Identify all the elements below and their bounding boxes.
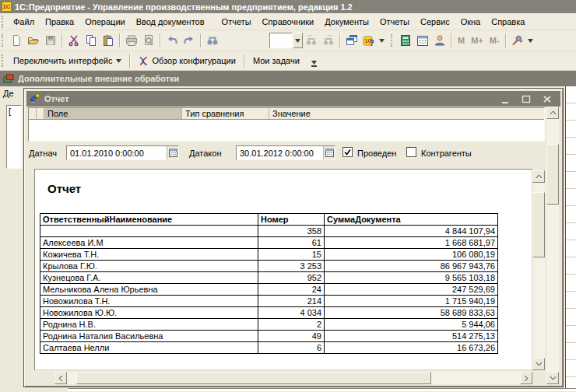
menu-help[interactable]: Справка — [486, 15, 530, 29]
scroll-down-button[interactable] — [546, 372, 559, 384]
close-button[interactable] — [542, 94, 553, 104]
find-previous-button[interactable] — [320, 32, 337, 49]
application-window: 1С 1С:Предприятие - Управление производс… — [0, 0, 576, 392]
scroll-thumb[interactable] — [76, 372, 431, 384]
user-monitor-button[interactable] — [431, 32, 448, 49]
main-titlebar[interactable]: 1С 1С:Предприятие - Управление производс… — [0, 0, 576, 13]
report-row[interactable]: Роднина Н.В.25 944,06 — [40, 319, 498, 331]
menu-documents[interactable]: Документы — [319, 15, 374, 29]
find-next-button[interactable] — [303, 32, 320, 49]
search-combo[interactable] — [269, 33, 303, 48]
tools-button[interactable] — [509, 32, 526, 49]
scroll-right-button[interactable] — [520, 372, 532, 384]
report-row[interactable]: Алексеева И.М611 668 681,97 — [40, 237, 498, 249]
open-button[interactable] — [25, 32, 42, 49]
calendar-button[interactable] — [414, 32, 431, 49]
toolbar-separator — [119, 33, 121, 47]
date-from-calendar-button[interactable] — [167, 146, 178, 159]
memory-recall-button[interactable]: M — [455, 32, 468, 49]
menu-document-entry[interactable]: Ввод документов — [131, 15, 210, 29]
chevron-up-icon — [550, 110, 557, 115]
report-row[interactable]: Мельникова Алена Юрьевна24247 529,69 — [40, 284, 498, 296]
config-overview-button[interactable]: Обзор конфигурации — [133, 52, 241, 69]
print-button[interactable] — [123, 32, 140, 49]
scroll-left-button[interactable] — [54, 372, 67, 384]
filter-column-comparison[interactable]: Тип сравнения — [182, 108, 269, 119]
date-from-input[interactable]: 01.01.2010 0:00:00 — [66, 145, 179, 160]
background-panel: [ — [6, 105, 22, 169]
horizontal-scrollbar[interactable] — [54, 372, 532, 384]
my-tasks-button[interactable]: Мои задачи — [248, 53, 305, 68]
scroll-thumb[interactable] — [532, 192, 545, 257]
tools-icon — [511, 34, 524, 47]
memory-minus-button[interactable]: M- — [486, 32, 503, 49]
mdi-window-titlebar[interactable]: Дополнительные внешние обработки — [0, 71, 576, 86]
paste-button[interactable] — [100, 32, 117, 49]
minimize-icon — [500, 94, 511, 104]
toolbar-grip[interactable] — [2, 34, 5, 47]
menu-windows[interactable]: Окна — [455, 15, 486, 29]
report-row[interactable]: Новожилова Ю.Ю.4 03458 689 833,63 — [40, 307, 498, 319]
toolbar-grip[interactable] — [391, 34, 395, 47]
window-vertical-scrollbar[interactable] — [546, 107, 559, 384]
new-document-button[interactable] — [8, 32, 25, 49]
print-preview-button[interactable] — [140, 32, 157, 49]
search-input[interactable] — [269, 33, 293, 48]
redo-button[interactable] — [181, 32, 198, 49]
menu-operations[interactable]: Операции — [79, 15, 130, 29]
window-controls — [500, 94, 553, 104]
menubar-grip[interactable] — [2, 16, 5, 28]
menu-catalogs[interactable]: Справочники — [257, 15, 320, 29]
windows-list-button[interactable] — [343, 32, 360, 49]
undo-button[interactable] — [163, 32, 181, 49]
memory-plus-button[interactable]: M+ — [468, 32, 486, 49]
menu-reports-1[interactable]: Отчеты — [216, 15, 257, 29]
date-to-calendar-button[interactable] — [323, 146, 335, 159]
help-button[interactable]: 1С? — [360, 32, 378, 49]
report-row[interactable]: Роднина Наталия Васильевна49514 275,13 — [40, 331, 498, 342]
minimize-button[interactable] — [500, 94, 511, 104]
scroll-up-button[interactable] — [532, 170, 545, 183]
date-from-label: Датнач — [29, 149, 57, 158]
find-button[interactable] — [204, 32, 221, 49]
save-button[interactable] — [42, 32, 59, 49]
copy-button[interactable] — [83, 32, 100, 49]
date-to-input[interactable]: 30.01.2012 0:00:00 — [236, 145, 335, 160]
report-row[interactable]: Кузнецова Г.А.9529 565 103,18 — [40, 272, 498, 284]
posted-checkbox[interactable] — [342, 147, 353, 157]
menu-file[interactable]: Файл — [8, 15, 40, 29]
calculator-button[interactable] — [397, 32, 414, 49]
report-window-title: Отчет — [44, 94, 69, 103]
report-vertical-scrollbar[interactable] — [532, 170, 545, 370]
filter-column-value[interactable]: Значение — [269, 108, 544, 119]
scroll-thumb[interactable] — [546, 144, 559, 205]
help-dropdown-button[interactable] — [379, 39, 385, 43]
report-row[interactable]: Новожилова Т.Н.2141 715 940,19 — [40, 296, 498, 307]
toolbar-separator — [339, 33, 341, 47]
report-row[interactable]: Крылова Г.Ю.3 25386 967 943,76 — [40, 261, 498, 272]
toolbar-overflow-button[interactable] — [311, 61, 317, 67]
contractors-checkbox[interactable] — [406, 147, 416, 157]
report-window-titlebar[interactable]: Отчет — [26, 91, 560, 107]
column-responsible: ОтветственныйНаименование — [40, 214, 258, 226]
date-from-value[interactable]: 01.01.2010 0:00:00 — [67, 146, 167, 159]
cut-button[interactable] — [65, 32, 83, 49]
maximize-button[interactable] — [521, 94, 532, 104]
report-row[interactable]: 3584 844 107,94 — [40, 226, 498, 237]
switch-interface-button[interactable]: Переключить интерфейс — [8, 53, 127, 68]
filter-column-field[interactable]: Поле — [44, 108, 182, 119]
filter-grid-rows[interactable] — [29, 120, 544, 142]
user-icon — [434, 34, 446, 47]
tools-dropdown-button[interactable] — [528, 39, 533, 43]
menu-edit[interactable]: Правка — [40, 15, 79, 29]
date-to-value[interactable]: 30.01.2012 0:00:00 — [237, 146, 323, 159]
scroll-down-button[interactable] — [532, 358, 545, 370]
scroll-up-button[interactable] — [546, 107, 559, 119]
menu-service[interactable]: Сервис — [415, 15, 455, 29]
toolbar-grip[interactable] — [2, 54, 5, 67]
menubar: Файл Правка Операции Ввод документов Отч… — [0, 13, 576, 30]
combo-dropdown-button[interactable] — [293, 33, 303, 48]
report-row[interactable]: Салтаева Нелли616 673,26 — [40, 342, 498, 354]
report-row[interactable]: Кожичева Т.Н.15106 080,19 — [40, 249, 498, 261]
menu-reports-2[interactable]: Отчеты — [374, 15, 415, 29]
